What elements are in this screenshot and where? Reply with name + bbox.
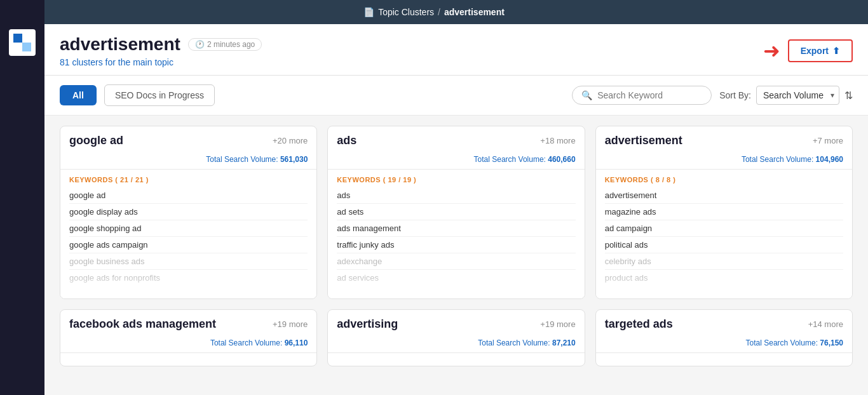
clock-icon: 🕐 <box>195 40 205 49</box>
export-area: ➜ Export ⬆ <box>763 39 853 62</box>
card-volume: Total Search Volume: 96,110 <box>60 336 316 353</box>
card-title-row: ads +18 more <box>337 134 575 147</box>
card-header: facebook ads management +19 more <box>60 310 316 336</box>
sort-select[interactable]: Search Volume <box>756 86 839 105</box>
sort-by-label: Sort By: <box>719 90 751 100</box>
header-title-row: advertisement 🕐 2 minutes ago <box>60 34 262 55</box>
keyword-item: google ads campaign <box>69 237 308 253</box>
card-header: advertising +19 more <box>328 310 584 336</box>
card-title-row: google ad +20 more <box>69 134 308 147</box>
keywords-label: KEYWORDS ( 19 / 19 ) <box>328 170 584 187</box>
keyword-item: ad sets <box>337 204 575 220</box>
keyword-list: advertisementmagazine adsad campaignpoli… <box>596 187 852 286</box>
card-more: +7 more <box>813 136 843 145</box>
breadcrumb-parent: Topic Clusters <box>378 7 434 17</box>
cluster-count: 81 clusters for the main topic <box>60 57 262 67</box>
cluster-card: facebook ads management +19 more Total S… <box>60 309 317 366</box>
card-more: +14 more <box>808 319 843 329</box>
breadcrumb-current: advertisement <box>444 7 505 17</box>
keyword-item: traffic junky ads <box>337 237 575 253</box>
time-ago-badge: 🕐 2 minutes ago <box>188 38 262 51</box>
keyword-item: ad campaign <box>605 220 843 237</box>
keyword-item: adexchange <box>337 253 575 270</box>
keyword-item: ads <box>337 187 575 204</box>
card-more: +19 more <box>273 319 308 329</box>
header-section: advertisement 🕐 2 minutes ago 81 cluster… <box>44 24 868 76</box>
app-logo[interactable] <box>9 29 36 56</box>
cluster-card: targeted ads +14 more Total Search Volum… <box>595 309 853 366</box>
card-volume: Total Search Volume: 104,960 <box>596 152 852 170</box>
card-header: targeted ads +14 more <box>596 310 852 336</box>
cards-grid: google ad +20 more Total Search Volume: … <box>44 116 868 377</box>
top-bar: 📄 Topic Clusters / advertisement <box>0 0 868 24</box>
card-title: facebook ads management <box>69 318 216 331</box>
card-more: +20 more <box>273 136 308 145</box>
breadcrumb-separator: / <box>438 7 440 17</box>
keyword-item: google shopping ad <box>69 220 308 237</box>
card-more: +18 more <box>540 136 575 145</box>
keyword-item: celebrity ads <box>605 253 843 270</box>
keyword-list: google adgoogle display adsgoogle shoppi… <box>60 187 316 286</box>
card-title-row: advertising +19 more <box>337 318 575 331</box>
cluster-card: google ad +20 more Total Search Volume: … <box>60 126 317 299</box>
keyword-list: adsad setsads managementtraffic junky ad… <box>328 187 584 286</box>
export-icon: ⬆ <box>832 46 840 56</box>
filter-seo-button[interactable]: SEO Docs in Progress <box>104 84 215 106</box>
card-title: google ad <box>69 134 123 147</box>
card-volume: Total Search Volume: 460,660 <box>328 152 584 170</box>
keyword-item: google display ads <box>69 204 308 220</box>
cluster-card: ads +18 more Total Search Volume: 460,66… <box>327 126 585 299</box>
card-header: google ad +20 more <box>60 126 316 152</box>
filter-all-button[interactable]: All <box>60 85 97 105</box>
card-header: advertisement +7 more <box>596 126 852 152</box>
card-title-row: facebook ads management +19 more <box>69 318 308 331</box>
card-title: targeted ads <box>605 318 673 331</box>
card-header: ads +18 more <box>328 126 584 152</box>
export-button[interactable]: Export ⬆ <box>788 39 853 62</box>
keywords-label: KEYWORDS ( 8 / 8 ) <box>596 170 852 187</box>
keyword-item: political ads <box>605 237 843 253</box>
keyword-item: magazine ads <box>605 204 843 220</box>
cluster-card: advertisement +7 more Total Search Volum… <box>595 126 853 299</box>
document-icon: 📄 <box>363 7 374 17</box>
arrow-indicator: ➜ <box>763 41 780 61</box>
card-title: advertisement <box>605 134 682 147</box>
sort-section: Sort By: Search Volume ⇅ <box>719 86 853 105</box>
keywords-label: KEYWORDS ( 21 / 21 ) <box>60 170 316 187</box>
keyword-item: google business ads <box>69 253 308 270</box>
card-volume: Total Search Volume: 76,150 <box>596 336 852 353</box>
card-title: advertising <box>337 318 398 331</box>
card-volume: Total Search Volume: 561,030 <box>60 152 316 170</box>
export-label: Export <box>801 46 829 56</box>
card-volume: Total Search Volume: 87,210 <box>328 336 584 353</box>
keyword-item: advertisement <box>605 187 843 204</box>
search-box: 🔍 <box>572 86 712 105</box>
card-title-row: targeted ads +14 more <box>605 318 843 331</box>
sort-order-icon[interactable]: ⇅ <box>844 90 853 102</box>
keyword-item: google ad <box>69 187 308 204</box>
header-left: advertisement 🕐 2 minutes ago 81 cluster… <box>60 34 262 67</box>
sort-select-wrapper[interactable]: Search Volume <box>756 86 839 105</box>
sidebar <box>0 0 44 377</box>
card-title: ads <box>337 134 356 147</box>
search-input[interactable] <box>597 90 699 100</box>
cluster-card: advertising +19 more Total Search Volume… <box>327 309 585 366</box>
card-title-row: advertisement +7 more <box>605 134 843 147</box>
keyword-item: ads management <box>337 220 575 237</box>
filter-bar: All SEO Docs in Progress 🔍 Sort By: Sear… <box>44 76 868 116</box>
page-title: advertisement <box>60 34 180 55</box>
main-content: advertisement 🕐 2 minutes ago 81 cluster… <box>44 24 868 377</box>
card-more: +19 more <box>540 319 575 329</box>
search-icon: 🔍 <box>581 90 592 100</box>
